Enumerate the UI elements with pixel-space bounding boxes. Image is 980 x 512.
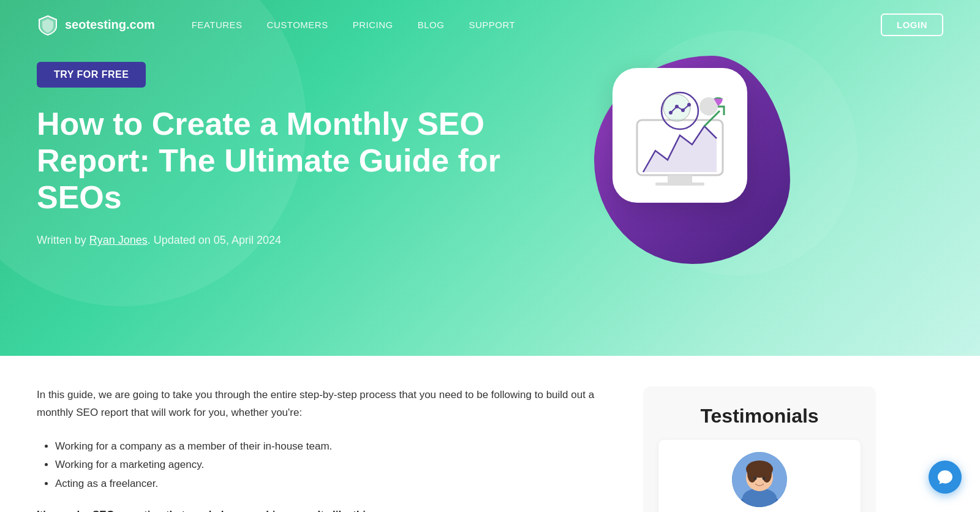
chat-icon — [937, 469, 953, 485]
bold-paragraph: It's regular SEO reporting that can help… — [37, 509, 612, 512]
hero-title: How to Create a Monthly SEO Report: The … — [37, 106, 514, 216]
intro-paragraph: In this guide, we are going to take you … — [37, 386, 612, 422]
logo-text: seotesting.com — [65, 18, 155, 32]
list-item: Working for a company as a member of the… — [55, 437, 612, 456]
testimonials-card: Testimonials — [643, 386, 876, 512]
icon-card — [612, 68, 747, 203]
header: seotesting.com FEATURES CUSTOMERS PRICIN… — [0, 0, 980, 356]
nav-item-pricing[interactable]: PRICING — [353, 20, 393, 30]
nav-item-blog[interactable]: BLOG — [418, 20, 445, 30]
main-content: In this guide, we are going to take you … — [0, 356, 980, 512]
testimonials-title: Testimonials — [658, 405, 861, 427]
seo-illustration-container — [576, 37, 809, 295]
logo[interactable]: seotesting.com — [37, 14, 155, 36]
svg-point-16 — [754, 477, 757, 480]
author-link[interactable]: Ryan Jones — [89, 234, 148, 246]
nav-links: FEATURES CUSTOMERS PRICING BLOG SUPPORT — [192, 20, 881, 30]
updated-date: . Updated on 05, April 2024 — [148, 234, 281, 246]
svg-point-17 — [763, 477, 766, 480]
svg-point-14 — [747, 464, 757, 483]
chat-button[interactable] — [929, 461, 962, 494]
shield-icon — [37, 14, 59, 36]
login-button[interactable]: LOGIN — [881, 13, 943, 36]
hero-section: TRY FOR FREE How to Create a Monthly SEO… — [0, 50, 980, 319]
hero-meta: Written by Ryan Jones. Updated on 05, Ap… — [37, 234, 539, 247]
nav-item-features[interactable]: FEATURES — [192, 20, 243, 30]
list-item: Acting as a freelancer. — [55, 475, 612, 494]
svg-rect-1 — [668, 175, 692, 183]
nav-item-customers[interactable]: CUSTOMERS — [267, 20, 328, 30]
written-by-label: Written by — [37, 234, 86, 246]
svg-rect-2 — [655, 183, 704, 186]
avatar — [732, 452, 787, 507]
testimonial-box — [658, 440, 861, 512]
chart-illustration — [625, 83, 735, 187]
bullet-list: Working for a company as a member of the… — [37, 437, 612, 494]
list-item: Working for a marketing agency. — [55, 456, 612, 475]
svg-point-15 — [762, 464, 772, 483]
hero-left: TRY FOR FREE How to Create a Monthly SEO… — [37, 62, 539, 247]
nav-item-support[interactable]: SUPPORT — [469, 20, 515, 30]
try-for-free-button-hero[interactable]: TRY FOR FREE — [37, 62, 146, 88]
article-body: In this guide, we are going to take you … — [37, 386, 612, 512]
hero-illustration — [539, 37, 845, 295]
sidebar: Testimonials — [643, 386, 876, 512]
avatar-illustration — [732, 452, 787, 507]
